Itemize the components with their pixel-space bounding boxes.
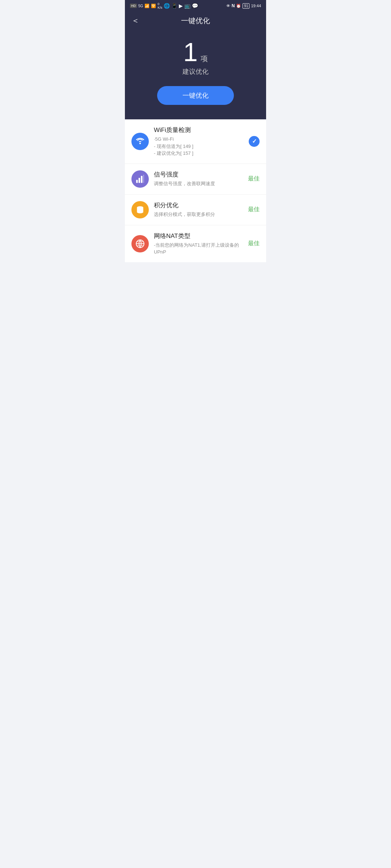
points-status: 最佳 — [248, 206, 260, 213]
signal-item-desc: 调整信号强度，改善联网速度 — [154, 180, 243, 187]
list-item[interactable]: WiFi质量检测 ·5G Wi-Fi- 现有信道为[ 149 ]- 建议优化为[… — [125, 119, 266, 164]
svg-rect-3 — [143, 175, 144, 183]
status-bar: HD 5G 📶 🛜 0K/s 🌐 📱 ▶ 📺 💬 👁 N ⏰ 91 19:44 — [125, 0, 266, 12]
status-left: HD 5G 📶 🛜 0K/s 🌐 📱 ▶ 📺 💬 — [130, 2, 198, 9]
nfc-icon: N — [232, 3, 235, 8]
points-item-title: 积分优化 — [154, 201, 243, 209]
signal-status: 最佳 — [248, 175, 260, 183]
signal-bars-icon — [135, 174, 145, 184]
wifi-item-desc: ·5G Wi-Fi- 现有信道为[ 149 ]- 建议优化为[ 157 ] — [154, 136, 244, 157]
list-item[interactable]: 信号强度 调整信号强度，改善联网速度 最佳 — [125, 164, 266, 195]
wifi-icon — [135, 137, 145, 146]
nat-status: 最佳 — [248, 240, 260, 247]
wifi-item-content: WiFi质量检测 ·5G Wi-Fi- 现有信道为[ 149 ]- 建议优化为[… — [154, 126, 244, 157]
count-row: 1 项 — [183, 39, 208, 65]
alarm-icon: ⏰ — [236, 4, 241, 8]
list-item[interactable]: 积分优化 选择积分模式，获取更多积分 最佳 — [125, 195, 266, 225]
upload-speed: 0K/s — [157, 2, 162, 9]
selected-check-badge — [249, 136, 260, 147]
signal-item-content: 信号强度 调整信号强度，改善联网速度 — [154, 170, 243, 187]
item-count: 1 — [183, 39, 198, 65]
status-right: 👁 N ⏰ 91 19:44 — [226, 3, 261, 9]
nat-item-desc: -当前您的网络为NAT1,请打开上级设备的UPnP — [154, 242, 243, 256]
signal-bars: 📶 — [144, 4, 150, 8]
back-button[interactable]: ＜ — [131, 17, 139, 25]
hero-section: 1 项 建议优化 一键优化 — [125, 32, 266, 119]
svg-rect-0 — [136, 180, 138, 183]
header: ＜ 一键优化 — [125, 12, 266, 32]
app-icons: 🌐 📱 ▶ 📺 💬 — [164, 3, 198, 9]
page-title: 一键优化 — [181, 16, 210, 26]
wifi-status: 🛜 — [151, 4, 156, 8]
clock: 19:44 — [251, 4, 261, 8]
signal-icon-container — [131, 170, 149, 188]
nat-icon-container — [131, 235, 149, 252]
bottom-space — [125, 262, 266, 407]
eye-icon: 👁 — [226, 4, 230, 8]
signal-5g: 5G — [138, 4, 143, 8]
svg-rect-2 — [141, 176, 142, 183]
wifi-icon-container — [131, 133, 149, 150]
points-item-content: 积分优化 选择积分模式，获取更多积分 — [154, 201, 243, 218]
globe-icon — [135, 239, 145, 248]
nat-item-title: 网络NAT类型 — [154, 232, 243, 240]
database-icon — [135, 205, 145, 214]
battery-icon: 91 — [243, 3, 249, 9]
hd-badge: HD — [130, 4, 137, 8]
svg-rect-1 — [139, 178, 140, 183]
points-item-desc: 选择积分模式，获取更多积分 — [154, 211, 243, 218]
points-icon-container — [131, 201, 149, 218]
wifi-item-title: WiFi质量检测 — [154, 126, 244, 134]
list-item[interactable]: 网络NAT类型 -当前您的网络为NAT1,请打开上级设备的UPnP 最佳 — [125, 225, 266, 262]
optimization-list: WiFi质量检测 ·5G Wi-Fi- 现有信道为[ 149 ]- 建议优化为[… — [125, 119, 266, 262]
signal-item-title: 信号强度 — [154, 170, 243, 179]
nat-item-content: 网络NAT类型 -当前您的网络为NAT1,请打开上级设备的UPnP — [154, 232, 243, 256]
one-key-optimize-button[interactable]: 一键优化 — [157, 86, 234, 105]
hero-subtitle: 建议优化 — [182, 67, 209, 76]
item-unit: 项 — [201, 54, 208, 64]
